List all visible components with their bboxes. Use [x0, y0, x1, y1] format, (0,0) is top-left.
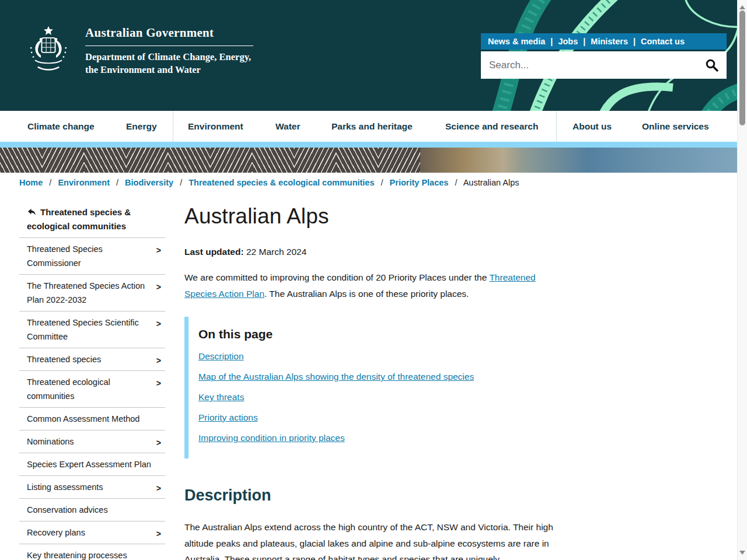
intro-text: We are committed to improving the condit…: [184, 272, 489, 282]
utility-separator: |: [550, 37, 553, 46]
last-updated: Last updated: 22 March 2024: [184, 247, 561, 257]
primary-nav: Climate change Energy Environment Water …: [0, 111, 737, 142]
sidebar-item-label: Conservation advices: [27, 505, 108, 514]
nav-item-online-services[interactable]: Online services: [642, 111, 709, 142]
nav-item-climate-change[interactable]: Climate change: [27, 111, 95, 142]
sidebar-item-ecological-communities[interactable]: Threatened ecological communities >: [19, 371, 165, 408]
sidebar-item-nominations[interactable]: Nominations >: [19, 430, 165, 453]
breadcrumb-separator: /: [49, 178, 51, 187]
last-updated-value: 22 March 2024: [246, 247, 306, 257]
nav-item-environment[interactable]: Environment: [188, 111, 243, 142]
nav-divider: [173, 111, 173, 142]
on-this-page-link-description[interactable]: Description: [198, 351, 244, 361]
sidebar-item-label: The Threatened Species Action Plan 2022-…: [27, 281, 145, 304]
back-arrow-icon: [27, 208, 37, 216]
sidebar-back-label: Threatened species & ecological communit…: [27, 207, 131, 231]
site-header: Australian Government Department of Clim…: [0, 0, 737, 111]
description-heading: Description: [184, 487, 561, 505]
nav-item-parks-and-heritage[interactable]: Parks and heritage: [331, 111, 413, 142]
sidebar-item-label: Nominations: [27, 437, 74, 446]
chevron-right-icon: >: [156, 354, 161, 368]
chevron-right-icon: >: [156, 481, 161, 495]
sidebar-item-listing-assessments[interactable]: Listing assessments >: [19, 476, 165, 499]
breadcrumb-priority-places[interactable]: Priority Places: [390, 178, 449, 187]
sidebar-back-link[interactable]: Threatened species & ecological communit…: [19, 201, 165, 238]
utility-separator: |: [633, 37, 636, 46]
chevron-right-icon: >: [156, 527, 161, 541]
vertical-scrollbar: [737, 0, 747, 560]
government-title: Australian Government: [85, 23, 253, 46]
breadcrumb-biodiversity[interactable]: Biodiversity: [125, 178, 173, 187]
chevron-right-icon: >: [156, 376, 161, 390]
sidebar-item-species-expert-assessment-plan[interactable]: Species Expert Assessment Plan: [19, 453, 165, 476]
utility-separator: |: [583, 37, 585, 46]
search-button[interactable]: [697, 51, 727, 79]
utility-link-contact-us[interactable]: Contact us: [641, 37, 685, 46]
banner-ocean: [523, 148, 737, 173]
sidebar-item-key-threatening-processes[interactable]: Key threatening processes: [19, 544, 165, 560]
nav-item-water[interactable]: Water: [275, 111, 301, 142]
nav-item-about-us[interactable]: About us: [573, 111, 612, 142]
department-name-line1: Department of Climate Change, Energy,: [85, 51, 253, 64]
last-updated-label: Last updated:: [184, 247, 244, 257]
sidebar-item-label: Threatened Species Scientific Committee: [27, 318, 139, 341]
government-logo-link[interactable]: Australian Government Department of Clim…: [19, 23, 253, 78]
breadcrumb-current: Australian Alps: [463, 178, 519, 187]
sidebar-item-label: Listing assessments: [27, 482, 103, 492]
sidebar-item-label: Species Expert Assessment Plan: [27, 460, 151, 469]
scrollbar-down-arrow[interactable]: [739, 551, 745, 558]
sidebar-item-scientific-committee[interactable]: Threatened Species Scientific Committee …: [19, 312, 165, 348]
breadcrumb-separator: /: [381, 178, 383, 187]
breadcrumb-home[interactable]: Home: [19, 178, 43, 187]
on-this-page-link-map[interactable]: Map of the Australian Alps showing the d…: [198, 372, 474, 382]
utility-link-news-media[interactable]: News & media: [488, 37, 545, 46]
banner-coastline: [420, 148, 523, 173]
banner-indigenous-art: [0, 148, 420, 173]
nav-item-energy[interactable]: Energy: [126, 111, 157, 142]
breadcrumb-environment[interactable]: Environment: [58, 178, 110, 187]
coat-of-arms-icon: [19, 23, 78, 78]
section-sidebar: Threatened species & ecological communit…: [19, 201, 165, 560]
description-paragraph: The Australian Alps extend across the hi…: [184, 519, 561, 560]
scrollbar-thumb[interactable]: [739, 10, 745, 125]
sidebar-item-common-assessment-method[interactable]: Common Assessment Method: [19, 408, 165, 430]
sidebar-item-label: Common Assessment Method: [27, 414, 139, 424]
logo-text: Australian Government Department of Clim…: [85, 23, 253, 76]
department-name-line2: the Environment and Water: [85, 64, 253, 76]
on-this-page-link-key-threats[interactable]: Key threats: [198, 392, 244, 402]
sidebar-item-label: Key threatening processes: [27, 551, 127, 560]
search-input[interactable]: [481, 60, 697, 71]
search-icon: [705, 58, 719, 72]
utility-link-jobs[interactable]: Jobs: [558, 37, 578, 46]
chevron-right-icon: >: [156, 243, 161, 257]
chevron-right-icon: >: [156, 280, 161, 294]
utility-link-ministers[interactable]: Ministers: [591, 37, 628, 46]
sidebar-item-conservation-advices[interactable]: Conservation advices: [19, 499, 165, 522]
breadcrumb-separator: /: [116, 178, 118, 187]
accent-strip: [0, 142, 737, 148]
intro-paragraph: We are committed to improving the condit…: [184, 270, 561, 302]
on-this-page-link-improving-condition[interactable]: Improving condition in priority places: [198, 433, 345, 443]
utility-nav: News & media | Jobs | Ministers | Contac…: [481, 33, 727, 50]
breadcrumb: Home / Environment / Biodiversity / Thre…: [19, 178, 519, 187]
breadcrumb-separator: /: [180, 178, 182, 187]
main-content: Australian Alps Last updated: 22 March 2…: [184, 198, 561, 560]
sidebar-item-threatened-species-commissioner[interactable]: Threatened Species Commissioner >: [19, 238, 165, 275]
sidebar-item-action-plan[interactable]: The Threatened Species Action Plan 2022-…: [19, 275, 165, 312]
breadcrumb-separator: /: [455, 178, 457, 187]
nav-divider: [556, 111, 557, 142]
on-this-page-link-priority-actions[interactable]: Priority actions: [198, 412, 258, 422]
sidebar-item-threatened-species[interactable]: Threatened species >: [19, 348, 165, 371]
on-this-page-title: On this page: [198, 327, 561, 341]
on-this-page-box: On this page Description Map of the Aust…: [184, 317, 561, 459]
sidebar-item-label: Threatened ecological communities: [27, 377, 110, 401]
nav-item-science-and-research[interactable]: Science and research: [445, 111, 538, 142]
page-title: Australian Alps: [184, 204, 561, 229]
on-this-page-links: Description Map of the Australian Alps s…: [198, 351, 561, 443]
sidebar-item-recovery-plans[interactable]: Recovery plans >: [19, 522, 165, 544]
breadcrumb-threatened-species[interactable]: Threatened species & ecological communit…: [189, 178, 374, 187]
search-bar: [481, 51, 727, 79]
sidebar-item-label: Threatened Species Commissioner: [27, 244, 103, 268]
scrollbar-up-arrow[interactable]: [739, 2, 745, 9]
sidebar-item-label: Threatened species: [27, 355, 101, 364]
